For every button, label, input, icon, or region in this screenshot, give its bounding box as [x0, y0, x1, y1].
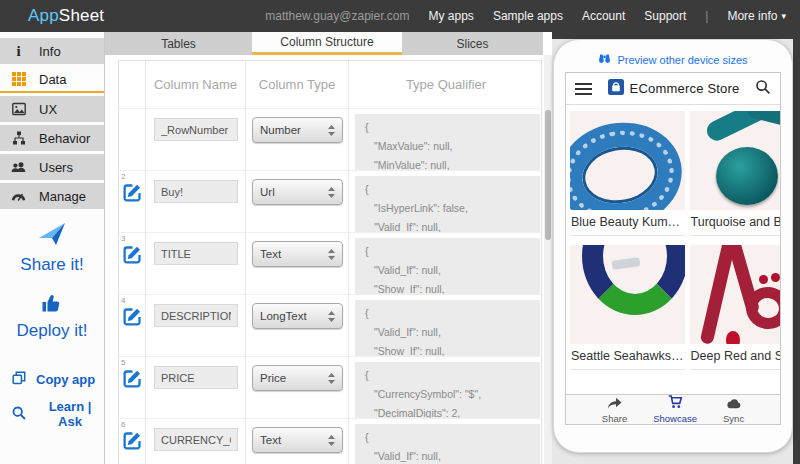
sidebar-item-data[interactable]: Data	[0, 67, 104, 93]
nav-divider: |	[705, 9, 708, 23]
column-name-input[interactable]	[154, 428, 238, 451]
data-grid-icon	[11, 72, 26, 87]
nav-account[interactable]: Account	[582, 9, 625, 23]
column-name-input[interactable]	[154, 304, 238, 327]
bottom-nav-label: Sync	[723, 414, 744, 424]
table-row: 6 Text {"Valid_If": null,	[119, 419, 541, 464]
appsheet-logo[interactable]: AppSheet	[28, 6, 104, 26]
column-type-select[interactable]: Url	[252, 179, 343, 205]
share-it-button[interactable]: Share it!	[0, 255, 104, 275]
app-preview-panel: Preview other device sizes ECommerce Sto…	[552, 32, 800, 464]
scrollbar-thumb[interactable]	[545, 110, 551, 240]
share-nav-button[interactable]: Share	[602, 396, 627, 424]
logo-sheet-text: Sheet	[59, 6, 104, 25]
edit-row-button[interactable]	[122, 244, 143, 265]
sidebar-item-label: Data	[39, 72, 66, 87]
copy-app-label: Copy app	[36, 372, 95, 387]
copy-app-button[interactable]: Copy app	[0, 371, 104, 388]
store-bag-icon	[608, 79, 624, 99]
row-number: 2	[121, 172, 125, 181]
edit-row-button[interactable]	[122, 430, 143, 451]
share-arrow-icon	[607, 396, 622, 412]
qualifier-line: {	[365, 428, 530, 447]
sync-nav-button[interactable]: Sync	[723, 396, 744, 424]
cloud-icon	[726, 396, 742, 412]
showcase-nav-button[interactable]: Showcase	[653, 395, 697, 424]
sidebar-menu: i Info Data UX Behavior Users	[0, 32, 104, 209]
product-card[interactable]: Seattle Seahawks…	[570, 245, 685, 370]
table-row: 3 Text {"Valid_If": null,"Show_If": null…	[119, 233, 541, 295]
table-row: 5 Price {"CurrencySymbol": "$","DecimalD…	[119, 357, 541, 419]
type-qualifier-box[interactable]: {"Valid_If": null,"Show_If": null,	[355, 300, 540, 356]
nav-my-apps[interactable]: My apps	[429, 9, 474, 23]
type-qualifier-box[interactable]: {"MaxValue": null,"MinValue": null,	[355, 114, 540, 170]
info-icon: i	[11, 44, 26, 59]
column-type-select[interactable]: LongText	[252, 303, 343, 329]
product-grid: Blue Beauty Kum… Turquoise and Bl… Seatt…	[566, 105, 780, 394]
product-card[interactable]: Turquoise and Bl…	[690, 111, 780, 236]
column-name-input[interactable]	[154, 366, 238, 389]
user-email[interactable]: matthew.guay@zapier.com	[265, 9, 409, 23]
menu-icon[interactable]	[575, 80, 592, 98]
column-type-value: Text	[260, 434, 281, 446]
preview-other-device-sizes-link[interactable]: Preview other device sizes	[554, 53, 792, 66]
product-image-seahawks-bracelet	[570, 245, 685, 344]
vertical-scrollbar	[544, 55, 552, 464]
stepper-icon	[328, 249, 335, 260]
column-type-select[interactable]: Number	[252, 117, 343, 143]
edit-row-button[interactable]	[122, 368, 143, 389]
edit-row-button[interactable]	[122, 306, 143, 327]
edit-row-button[interactable]	[122, 182, 143, 203]
column-type-select[interactable]: Price	[252, 365, 343, 391]
qualifier-line: {	[365, 366, 530, 385]
type-qualifier-box[interactable]: {"IsHyperLink": false,"Valid_If": null,	[355, 176, 540, 232]
product-title: Seattle Seahawks…	[570, 344, 685, 370]
tab-slices[interactable]: Slices	[402, 32, 543, 55]
deploy-it-button[interactable]: Deploy it!	[0, 321, 104, 341]
column-type-select[interactable]: Text	[252, 241, 343, 267]
tab-tables[interactable]: Tables	[105, 32, 252, 55]
sidebar-item-ux[interactable]: UX	[0, 96, 104, 122]
product-title: Blue Beauty Kum…	[570, 210, 685, 236]
more-info-menu[interactable]: More info▾	[727, 9, 786, 23]
row-number: 3	[121, 234, 125, 243]
bottom-nav-label: Showcase	[653, 414, 697, 424]
tab-column-structure[interactable]: Column Structure	[252, 32, 402, 55]
search-icon[interactable]	[755, 79, 771, 99]
type-qualifier-box[interactable]: {"Valid_If": null,	[355, 424, 540, 464]
stepper-icon	[328, 311, 335, 322]
column-type-select[interactable]: Text	[252, 427, 343, 453]
qualifier-line: "Show_If": null,	[365, 342, 530, 356]
qualifier-line: {	[365, 180, 530, 199]
learn-ask-label: Learn | Ask	[36, 399, 104, 429]
qualifier-line: "Valid_If": null,	[365, 261, 530, 280]
main-content: Tables Column Structure Slices Column Na…	[105, 32, 552, 464]
stepper-icon	[328, 373, 335, 384]
sidebar-item-info[interactable]: i Info	[0, 38, 104, 64]
qualifier-line: "DecimalDigits": 2,	[365, 404, 530, 418]
column-name-input[interactable]	[154, 180, 238, 203]
type-qualifier-box[interactable]: {"Valid_If": null,"Show_If": null,	[355, 238, 540, 294]
learn-ask-button[interactable]: Learn | Ask	[0, 399, 104, 429]
sidebar-item-behavior[interactable]: Behavior	[0, 125, 104, 151]
sidebar-item-label: Users	[39, 160, 73, 175]
product-card[interactable]: Blue Beauty Kum…	[570, 111, 685, 236]
thumbs-up-icon[interactable]	[41, 293, 63, 317]
row-number: 4	[121, 296, 125, 305]
top-header-bar: AppSheet matthew.guay@zapier.com My apps…	[0, 0, 800, 32]
type-qualifier-box[interactable]: {"CurrencySymbol": "$","DecimalDigits": …	[355, 362, 540, 418]
sidebar-item-manage[interactable]: Manage	[0, 183, 104, 209]
nav-support[interactable]: Support	[644, 9, 686, 23]
qualifier-line: "CurrencySymbol": "$",	[365, 385, 530, 404]
column-type-value: Price	[260, 372, 286, 384]
column-name-input[interactable]	[154, 242, 238, 265]
product-title: Turquoise and Bl…	[690, 210, 780, 236]
column-structure-table: Column Name Column Type Type Qualifier N…	[118, 60, 542, 464]
sidebar-item-users[interactable]: Users	[0, 154, 104, 180]
data-tabs: Tables Column Structure Slices	[105, 32, 552, 55]
paper-plane-icon[interactable]	[37, 221, 67, 251]
nav-sample-apps[interactable]: Sample apps	[493, 9, 563, 23]
app-title: ECommerce Store	[630, 81, 740, 96]
product-card[interactable]: Deep Red and Sil…	[690, 245, 780, 370]
column-name-input[interactable]	[154, 118, 238, 141]
